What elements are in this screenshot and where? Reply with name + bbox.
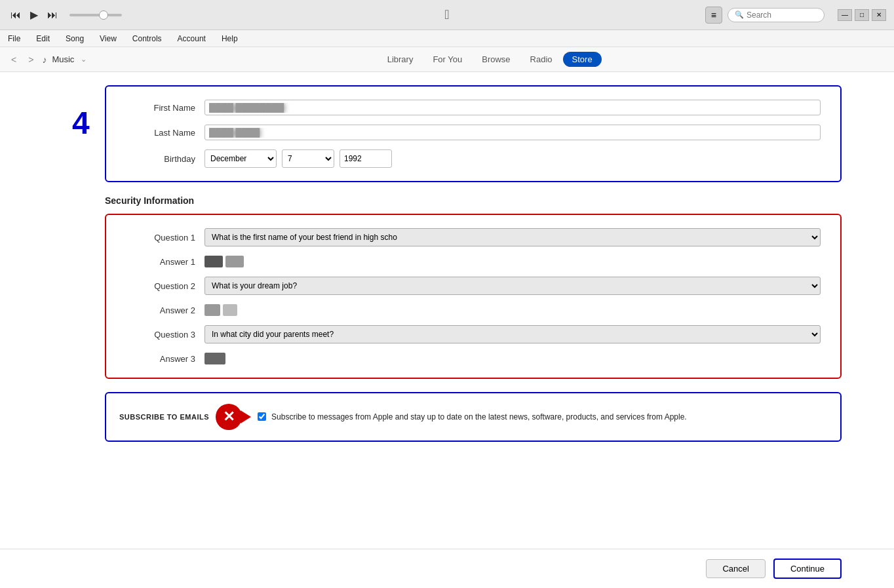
answer3-label: Answer 3 <box>126 354 204 364</box>
last-name-input[interactable] <box>204 125 821 140</box>
x-circle-wrapper: ✕ <box>216 404 251 430</box>
volume-slider[interactable] <box>69 14 122 16</box>
first-name-label: First Name <box>126 103 204 113</box>
menu-help[interactable]: Help <box>219 33 241 45</box>
maximize-button[interactable]: □ <box>855 9 869 21</box>
question3-select[interactable]: In what city did your parents meet? What… <box>204 325 821 343</box>
question2-select[interactable]: What is your dream job? What is the firs… <box>204 277 821 295</box>
menu-controls[interactable]: Controls <box>130 33 165 45</box>
footer: Cancel Continue <box>0 549 894 588</box>
tab-radio[interactable]: Radio <box>521 52 562 67</box>
last-name-label: Last Name <box>126 128 204 138</box>
question1-row: Question 1 What is the first name of you… <box>126 228 821 246</box>
nav-tabs: Library For You Browse Radio Store <box>378 52 602 67</box>
navbar: < > ♪ Music ⌄ Library For You Browse Rad… <box>0 47 894 72</box>
answer3-row: Answer 3 <box>126 353 821 364</box>
window-controls: — □ ✕ <box>838 9 886 21</box>
subscribe-checkbox[interactable] <box>258 412 266 421</box>
question2-label: Question 2 <box>126 281 204 291</box>
menu-song[interactable]: Song <box>63 33 87 45</box>
birthday-year-input[interactable] <box>340 149 392 168</box>
arrow-icon <box>241 410 251 423</box>
search-icon: 🔍 <box>735 10 744 19</box>
search-input[interactable] <box>747 10 819 20</box>
tab-store[interactable]: Store <box>563 52 602 67</box>
menubar: File Edit Song View Controls Account Hel… <box>0 30 894 47</box>
answer2-row: Answer 2 <box>126 304 821 316</box>
question3-row: Question 3 In what city did your parents… <box>126 325 821 343</box>
answer3-blurred <box>204 353 225 364</box>
security-title: Security Information <box>105 195 842 206</box>
music-icon: ♪ <box>42 54 47 65</box>
list-view-button[interactable]: ≡ <box>705 7 722 24</box>
forward-button[interactable]: ⏭ <box>45 8 60 22</box>
birthday-month-select[interactable]: December JanuaryFebruaryMarch AprilMayJu… <box>204 149 277 168</box>
answer1-blurred <box>204 256 244 267</box>
tab-browse[interactable]: Browse <box>473 52 519 67</box>
main-content: 4 First Name Last Name Birthday <box>0 72 894 588</box>
answer2-label: Answer 2 <box>126 305 204 315</box>
menu-file[interactable]: File <box>5 33 23 45</box>
personal-info-box: First Name Last Name Birthday December J… <box>105 85 842 182</box>
rewind-button[interactable]: ⏮ <box>8 8 24 22</box>
answer2-blurred <box>204 304 237 316</box>
play-button[interactable]: ▶ <box>28 7 41 22</box>
first-name-row: First Name <box>126 100 821 115</box>
question3-label: Question 3 <box>126 330 204 340</box>
nav-forward-button[interactable]: > <box>25 53 37 66</box>
close-subscribe-button[interactable]: ✕ <box>216 404 242 430</box>
minimize-button[interactable]: — <box>838 9 852 21</box>
search-box: 🔍 <box>728 8 825 22</box>
continue-button[interactable]: Continue <box>773 559 842 579</box>
question1-select[interactable]: What is the first name of your best frie… <box>204 228 821 246</box>
security-box: Question 1 What is the first name of you… <box>105 214 842 379</box>
menu-view[interactable]: View <box>97 33 119 45</box>
last-name-row: Last Name <box>126 125 821 140</box>
nav-back-button[interactable]: < <box>8 53 20 66</box>
answer1-row: Answer 1 <box>126 256 821 267</box>
cancel-button[interactable]: Cancel <box>706 559 765 578</box>
transport-controls: ⏮ ▶ ⏭ <box>8 7 122 22</box>
step-number: 4 <box>72 105 90 141</box>
titlebar: ⏮ ▶ ⏭  ≡ 🔍 — □ ✕ <box>0 0 894 30</box>
birthday-day-select[interactable]: 7 1234 5689 10 <box>282 149 334 168</box>
answer1-label: Answer 1 <box>126 257 204 267</box>
scroll-area[interactable]: 4 First Name Last Name Birthday <box>0 72 894 549</box>
birthday-label: Birthday <box>126 154 204 164</box>
subscribe-box: SUBSCRIBE TO EMAILS ✕ Subscribe to messa… <box>105 392 842 442</box>
close-button[interactable]: ✕ <box>872 9 886 21</box>
titlebar-right: ≡ 🔍 — □ ✕ <box>705 7 886 24</box>
subscribe-label: SUBSCRIBE TO EMAILS <box>119 413 209 421</box>
menu-edit[interactable]: Edit <box>33 33 52 45</box>
first-name-input[interactable] <box>204 100 821 115</box>
subscribe-content: Subscribe to messages from Apple and sta… <box>258 411 687 423</box>
question2-row: Question 2 What is your dream job? What … <box>126 277 821 295</box>
apple-logo:  <box>444 7 449 22</box>
birthday-row: Birthday December JanuaryFebruaryMarch A… <box>126 149 821 168</box>
chevron-icon: ⌄ <box>81 55 87 64</box>
birthday-inputs: December JanuaryFebruaryMarch AprilMayJu… <box>204 149 392 168</box>
tab-for-you[interactable]: For You <box>423 52 471 67</box>
subscribe-text: Subscribe to messages from Apple and sta… <box>271 411 687 423</box>
question1-label: Question 1 <box>126 233 204 243</box>
tab-library[interactable]: Library <box>378 52 423 67</box>
breadcrumb: Music <box>52 54 74 64</box>
menu-account[interactable]: Account <box>175 33 208 45</box>
